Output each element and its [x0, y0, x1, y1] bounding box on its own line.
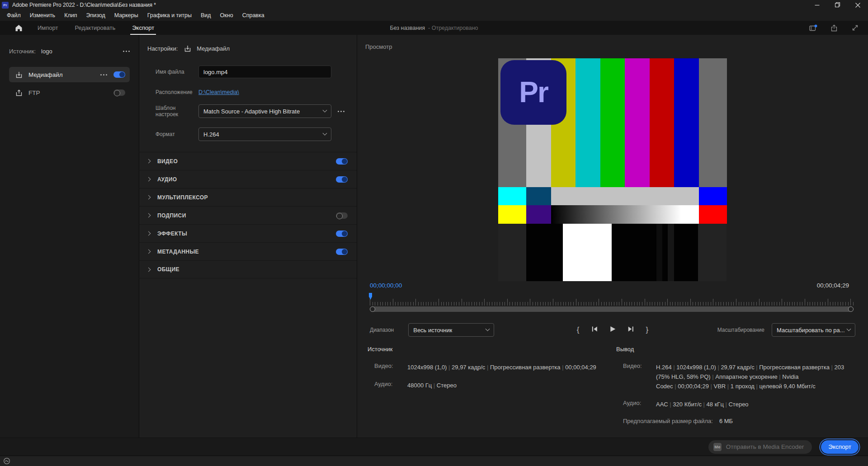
- step-back-button[interactable]: [591, 326, 598, 334]
- step-forward-button[interactable]: [627, 326, 634, 334]
- source-info-title: Источник: [368, 346, 603, 353]
- media-file-more-button[interactable]: [100, 74, 107, 75]
- format-dropdown[interactable]: H.264: [198, 127, 331, 141]
- location-label: Расположение: [156, 89, 198, 95]
- menu-clip[interactable]: Клип: [60, 12, 81, 19]
- source-name: logo: [41, 48, 52, 55]
- section-general[interactable]: ОБЩИЕ: [139, 260, 357, 278]
- render-queue-button[interactable]: [808, 23, 818, 33]
- scaling-label: Масштабирование: [717, 327, 764, 333]
- tab-edit[interactable]: Редактировать: [73, 21, 117, 35]
- export-button[interactable]: Экспорт: [821, 440, 859, 454]
- play-icon: [610, 326, 616, 332]
- menu-sequence[interactable]: Эпизод: [81, 12, 109, 19]
- range-label: Диапазон: [370, 327, 394, 333]
- settings-sections: ВИДЕО АУДИО МУЛЬТИПЛЕКСОР ПОДПИСИ: [139, 152, 357, 278]
- effects-toggle[interactable]: [336, 231, 348, 237]
- home-icon: [15, 24, 23, 32]
- chevron-down-icon: [323, 131, 327, 135]
- media-encoder-icon: Me: [713, 443, 722, 451]
- source-info: Источник Видео: 1024x998 (1,0) | 29,97 к…: [368, 346, 603, 399]
- menu-graphics[interactable]: Графика и титры: [143, 12, 196, 19]
- export-destinations-panel: Источник: logo Медиафайл FTP: [0, 35, 139, 438]
- upload-icon: [15, 89, 23, 96]
- filesize-label: Предполагаемый размер файла:: [623, 418, 713, 424]
- menu-file[interactable]: Файл: [2, 12, 25, 19]
- chevron-down-icon: [323, 108, 327, 112]
- scaling-dropdown[interactable]: Масштабировать по ра...: [772, 323, 855, 337]
- step-forward-icon: [627, 326, 634, 332]
- timecode-duration: 00;00;04;29: [817, 282, 849, 289]
- render-queue-icon: [809, 24, 817, 32]
- output-audio-value: AAC | 320 Кбит/с | 48 кГц | Стерео: [656, 400, 749, 409]
- preview-panel: Просмотр Pr 00;00;00;00 00;00;04;29 Диап…: [357, 35, 868, 438]
- menu-help[interactable]: Справка: [238, 12, 269, 19]
- timeline-ruler[interactable]: [370, 294, 854, 306]
- tab-export[interactable]: Экспорт: [130, 21, 156, 35]
- preset-label: Шаблон настроек: [156, 105, 198, 118]
- quick-export-button[interactable]: [829, 23, 839, 33]
- destination-media-file[interactable]: Медиафайл: [9, 67, 130, 82]
- metadata-toggle[interactable]: [336, 249, 348, 255]
- chevron-right-icon: [146, 267, 151, 272]
- chevron-down-icon: [486, 326, 490, 331]
- tab-import[interactable]: Импорт: [36, 21, 60, 35]
- chevron-right-icon: [146, 177, 151, 182]
- creative-cloud-icon: [3, 457, 10, 465]
- menu-bar: Файл Изменить Клип Эпизод Маркеры График…: [0, 10, 868, 21]
- preview-title: Просмотр: [365, 43, 392, 50]
- menu-window[interactable]: Окно: [216, 12, 238, 19]
- close-button[interactable]: [848, 0, 868, 10]
- section-video[interactable]: ВИДЕО: [139, 152, 357, 170]
- section-multiplexer[interactable]: МУЛЬТИПЛЕКСОР: [139, 188, 357, 206]
- export-footer-bar: Me Отправить в Media Encoder Экспорт: [0, 438, 868, 456]
- minimize-icon: [815, 3, 820, 8]
- close-icon: [855, 3, 860, 8]
- fullscreen-button[interactable]: [850, 23, 860, 33]
- section-audio[interactable]: АУДИО: [139, 170, 357, 188]
- timeline-scrollbar[interactable]: [370, 306, 854, 312]
- audio-toggle[interactable]: [336, 176, 348, 183]
- source-more-button[interactable]: [123, 51, 130, 52]
- minimize-button[interactable]: [807, 0, 827, 10]
- scroll-handle-left[interactable]: [370, 306, 375, 312]
- source-audio-label: Аудио:: [374, 381, 394, 390]
- main-content: Источник: logo Медиафайл FTP Настройки:: [0, 35, 868, 438]
- play-button[interactable]: [610, 326, 616, 334]
- section-metadata[interactable]: МЕТАДАННЫЕ: [139, 242, 357, 260]
- preset-more-button[interactable]: [338, 111, 344, 112]
- smpte-pattern: Pr: [498, 58, 727, 281]
- output-video-value: H.264 | 1024x998 (1,0) | 29,97 кадр/с | …: [656, 362, 851, 391]
- destination-ftp[interactable]: FTP: [9, 85, 130, 100]
- location-link[interactable]: D:\Clean\media\: [198, 89, 239, 95]
- filesize-value: 6 МБ: [719, 418, 733, 424]
- captions-toggle[interactable]: [336, 212, 348, 219]
- format-label: Формат: [156, 131, 198, 137]
- status-bar: [0, 456, 868, 466]
- settings-destination: Медиафайл: [197, 45, 230, 52]
- preset-dropdown[interactable]: Match Source - Adaptive High Bitrate: [198, 104, 331, 118]
- mark-out-button[interactable]: }: [646, 325, 649, 334]
- settings-label: Настройки:: [147, 45, 178, 52]
- video-toggle[interactable]: [336, 158, 348, 165]
- menu-edit[interactable]: Изменить: [25, 12, 60, 19]
- chevron-right-icon: [146, 231, 151, 236]
- title-bar: Pr Adobe Premiere Pro 2022 - D:\Clean\me…: [0, 0, 868, 10]
- scroll-handle-right[interactable]: [848, 306, 854, 312]
- menu-markers[interactable]: Маркеры: [110, 12, 143, 19]
- ftp-toggle[interactable]: [113, 89, 125, 96]
- menu-view[interactable]: Вид: [196, 12, 216, 19]
- restore-button[interactable]: [827, 0, 848, 10]
- media-file-toggle[interactable]: [113, 71, 125, 78]
- source-label: Источник:: [9, 48, 36, 55]
- range-dropdown[interactable]: Весь источник: [408, 323, 494, 337]
- mark-in-button[interactable]: {: [577, 325, 580, 334]
- section-effects[interactable]: ЭФФЕКТЫ: [139, 224, 357, 242]
- section-captions[interactable]: ПОДПИСИ: [139, 206, 357, 224]
- output-info-title: Вывод: [616, 346, 851, 353]
- source-video-value: 1024x998 (1,0) | 29,97 кадр/с | Прогресс…: [407, 362, 596, 372]
- chevron-right-icon: [146, 195, 151, 200]
- filename-input[interactable]: [198, 66, 331, 78]
- home-button[interactable]: [15, 24, 23, 32]
- send-to-media-encoder-button[interactable]: Me Отправить в Media Encoder: [708, 440, 812, 454]
